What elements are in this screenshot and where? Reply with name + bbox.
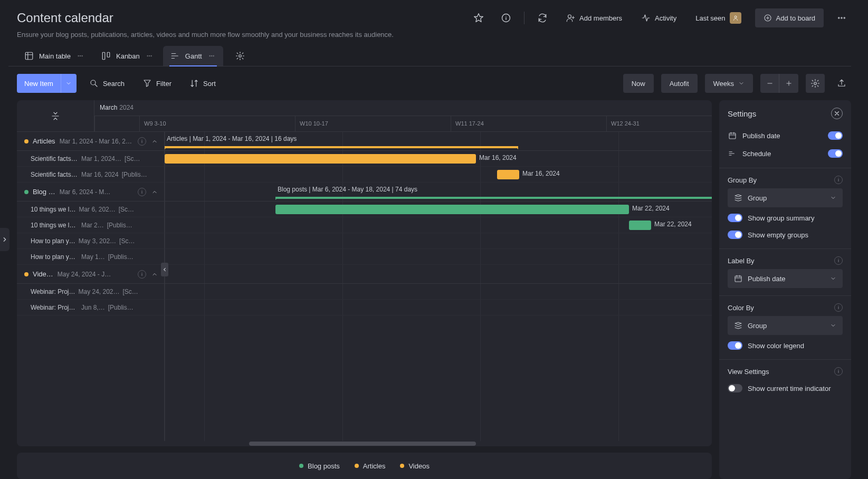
svg-point-9: [80, 55, 81, 56]
chevron-up-icon[interactable]: [150, 137, 159, 146]
tab-more-icon[interactable]: [76, 52, 84, 60]
publish-date-label: Publish date: [742, 132, 823, 140]
activity-label: Activity: [655, 14, 676, 22]
color-by-select[interactable]: Group: [728, 316, 843, 335]
collapse-sidebar-handle[interactable]: [161, 263, 168, 276]
autofit-button[interactable]: Autofit: [661, 74, 698, 93]
avatar[interactable]: [730, 12, 741, 24]
page-subtitle: Ensure your blog posts, publications, ar…: [8, 31, 851, 39]
favorite-icon[interactable]: [469, 8, 488, 27]
sort-button[interactable]: Sort: [184, 74, 221, 93]
more-icon[interactable]: [832, 8, 851, 27]
task-name: Scientific facts a…: [31, 171, 78, 178]
calendar-icon: [728, 131, 737, 140]
chevron-up-icon[interactable]: [150, 188, 159, 196]
task-row[interactable]: Scientific facts a… Mar 16, 2024 [Publis…: [17, 167, 164, 183]
group-name: Articles: [33, 137, 55, 145]
task-row[interactable]: How to plan your … May 1… [Publis…: [17, 249, 164, 265]
share-button[interactable]: [832, 74, 851, 93]
tab-gantt[interactable]: Gantt: [163, 46, 223, 66]
add-members-button[interactable]: Add members: [560, 8, 627, 27]
gantt-bar[interactable]: [275, 205, 629, 214]
task-status: [Publis…: [108, 304, 133, 311]
settings-button[interactable]: [806, 74, 825, 93]
group-dates: Mar 1, 2024 - Mar 16, 2024: [60, 138, 133, 145]
svg-point-17: [211, 55, 212, 56]
settings-title: Settings: [728, 109, 756, 118]
zoom-out-button[interactable]: [760, 74, 779, 93]
chevron-up-icon[interactable]: [150, 270, 159, 279]
group-header[interactable]: Blog … Mar 6, 2024 - M… i: [17, 183, 164, 202]
close-icon[interactable]: [831, 108, 843, 119]
task-status: [Sc…: [123, 288, 138, 295]
new-item-button[interactable]: New Item: [17, 74, 77, 93]
task-name: Webinar: Proj…: [31, 288, 75, 295]
tab-label: Main table: [39, 52, 71, 60]
tab-main-table[interactable]: Main table: [17, 46, 92, 66]
schedule-toggle[interactable]: [828, 149, 843, 158]
gantt-chart: March 2024 W9 3-10W10 10-17W11 17-24W12 …: [17, 100, 712, 446]
publish-date-toggle[interactable]: [828, 131, 843, 140]
timescale-select[interactable]: Weeks: [705, 74, 753, 93]
show-group-summary-toggle[interactable]: [728, 214, 742, 222]
view-settings-icon[interactable]: [232, 47, 249, 64]
task-row[interactable]: Webinar: Proj… May 24, 202… [Sc…: [17, 284, 164, 300]
add-to-board-button[interactable]: Add to board: [755, 8, 824, 27]
tab-more-icon[interactable]: [145, 52, 154, 60]
info-icon[interactable]: i: [138, 270, 146, 279]
horizontal-scrollbar[interactable]: [17, 441, 712, 446]
filter-button[interactable]: Filter: [137, 74, 177, 93]
info-icon[interactable]: i: [834, 256, 843, 265]
show-empty-groups-label: Show empty groups: [748, 231, 843, 239]
refresh-icon[interactable]: [533, 8, 552, 27]
svg-point-8: [78, 55, 79, 56]
week-header: W9 3-10: [139, 116, 295, 131]
show-empty-groups-toggle[interactable]: [728, 231, 742, 239]
zoom-in-button[interactable]: [779, 74, 798, 93]
show-current-time-toggle[interactable]: [728, 384, 742, 392]
search-button[interactable]: Search: [84, 74, 130, 93]
group-by-select[interactable]: Group: [728, 188, 843, 207]
info-icon[interactable]: i: [834, 367, 843, 376]
now-button[interactable]: Now: [623, 74, 654, 93]
legend-label: Articles: [363, 462, 386, 470]
task-row[interactable]: Webinar: Project… Jun 8,… [Publis…: [17, 300, 164, 315]
info-icon[interactable]: i: [138, 188, 146, 196]
group-color-dot: [24, 272, 28, 276]
scrollbar-thumb[interactable]: [249, 442, 476, 446]
tab-more-icon[interactable]: [207, 52, 216, 60]
label-by-select[interactable]: Publish date: [728, 269, 843, 288]
task-row[interactable]: 10 things we l… Mar 6, 202… [Sc…: [17, 202, 164, 217]
expand-collapse-all[interactable]: [17, 100, 94, 131]
legend-dot: [355, 464, 359, 468]
info-icon[interactable]: [497, 8, 516, 27]
info-icon[interactable]: i: [138, 137, 146, 146]
task-row[interactable]: Scientific facts a… Mar 1, 2024… [Sc…: [17, 151, 164, 167]
info-icon[interactable]: i: [834, 303, 843, 312]
tab-kanban[interactable]: Kanban: [94, 46, 161, 66]
expand-left-panel[interactable]: [0, 228, 9, 251]
svg-point-1: [568, 15, 571, 18]
search-label: Search: [103, 80, 125, 88]
gantt-bar[interactable]: [165, 154, 476, 164]
kanban-icon: [101, 51, 111, 61]
activity-button[interactable]: Activity: [636, 8, 682, 27]
chevron-down-icon[interactable]: [61, 74, 77, 93]
task-name: 10 things we love…: [31, 222, 78, 229]
svg-point-2: [735, 16, 737, 18]
show-color-legend-toggle[interactable]: [728, 341, 742, 350]
task-date: Mar 16, 2024: [81, 171, 119, 178]
gantt-bar-label: Mar 22, 2024: [654, 221, 692, 228]
gantt-bar[interactable]: [629, 221, 651, 230]
info-icon[interactable]: i: [834, 176, 843, 184]
svg-rect-7: [25, 52, 33, 60]
task-row[interactable]: 10 things we love… Mar 2… [Publis…: [17, 217, 164, 233]
task-row[interactable]: How to plan y… May 3, 202… [Sc…: [17, 233, 164, 249]
legend-label: Videos: [408, 462, 430, 470]
gantt-bar[interactable]: [497, 170, 519, 179]
group-header[interactable]: Vide… May 24, 2024 - J… i: [17, 265, 164, 284]
legend-label: Blog posts: [308, 462, 340, 470]
group-summary-bar[interactable]: [275, 197, 712, 199]
group-summary-bar[interactable]: [165, 146, 518, 148]
group-header[interactable]: Articles Mar 1, 2024 - Mar 16, 2024 i: [17, 132, 164, 151]
